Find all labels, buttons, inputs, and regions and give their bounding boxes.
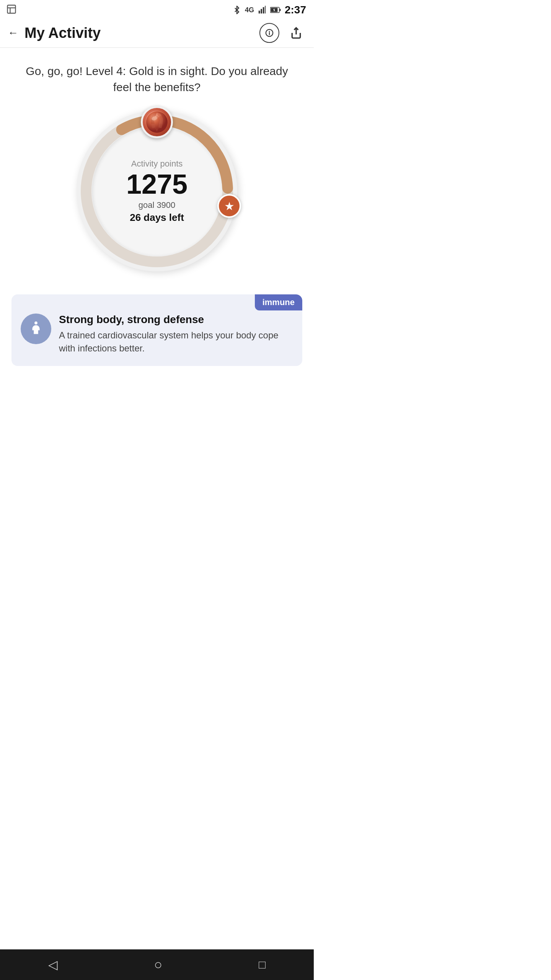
activity-label: Activity points	[131, 159, 183, 169]
status-time: 2:37	[285, 4, 306, 16]
share-button[interactable]	[286, 23, 306, 43]
signal-bars-icon	[258, 6, 266, 14]
card-icon-wrap	[21, 314, 51, 344]
notification-icon	[6, 4, 17, 16]
app-bar: ← My Activity	[0, 18, 314, 48]
ring-outer: ★ Activity points 1275 goal 3900 26 days…	[77, 111, 237, 271]
activity-points: 1275	[126, 170, 187, 198]
svg-rect-8	[279, 9, 280, 11]
info-card: immune Strong body, strong defense A tra…	[11, 294, 302, 366]
activity-goal: goal 3900	[139, 200, 176, 210]
svg-rect-5	[263, 7, 264, 13]
svg-rect-0	[8, 5, 16, 13]
card-description: A trained cardiovascular system helps yo…	[59, 329, 293, 354]
medal-badge	[141, 106, 173, 138]
battery-icon	[270, 7, 281, 13]
activity-days: 26 days left	[130, 212, 184, 224]
app-bar-actions	[259, 23, 306, 43]
medal-icon	[145, 111, 168, 134]
accessibility-icon	[27, 320, 45, 338]
svg-rect-4	[261, 9, 262, 13]
page-title: My Activity	[24, 25, 259, 41]
status-icons: 4G 2:37	[233, 4, 306, 16]
svg-point-31	[34, 322, 37, 325]
signal-icon: 4G	[245, 6, 254, 14]
star-icon: ★	[224, 199, 235, 213]
activity-ring-container: ★ Activity points 1275 goal 3900 26 days…	[0, 103, 314, 287]
ring-inner: Activity points 1275 goal 3900 26 days l…	[92, 126, 222, 256]
card-text: Strong body, strong defense A trained ca…	[59, 314, 293, 354]
motivational-text: Go, go, go! Level 4: Gold is in sight. D…	[0, 48, 314, 103]
svg-rect-6	[265, 6, 266, 13]
svg-rect-3	[259, 11, 260, 13]
card-tag: immune	[255, 294, 302, 310]
info-button[interactable]	[259, 23, 279, 43]
back-button[interactable]: ←	[8, 28, 18, 38]
bluetooth-icon	[233, 6, 241, 14]
star-badge: ★	[217, 194, 241, 218]
card-title: Strong body, strong defense	[59, 314, 293, 326]
